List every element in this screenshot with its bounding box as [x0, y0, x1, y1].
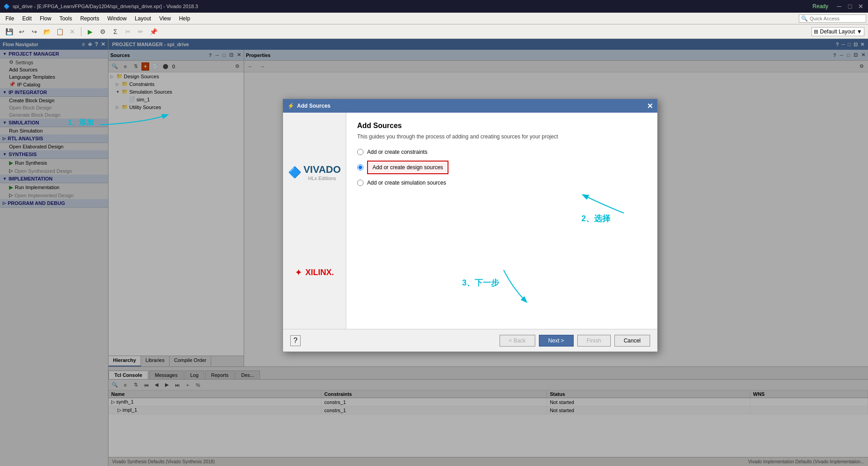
layout-label: Default Layout [820, 29, 855, 35]
redo-button[interactable]: ↪ [29, 26, 40, 37]
undo-button[interactable]: ↩ [16, 26, 27, 37]
modal-titlebar: ⚡ Add Sources ✕ [283, 99, 657, 113]
layout-select[interactable]: ⊞ Default Layout ▼ [811, 27, 864, 36]
minimize-button[interactable]: ─ [835, 3, 843, 10]
menu-help[interactable]: Help [175, 14, 194, 23]
settings-gear[interactable]: ⚙ [97, 26, 108, 37]
app-icon: 🔷 [4, 4, 10, 10]
main-toolbar: 💾 ↩ ↪ 📂 📋 ✕ ▶ ⚙ Σ ✂ ✏ 📌 ⊞ Default Layout… [0, 24, 868, 39]
modal-overlay: ⚡ Add Sources ✕ 🔷 VIVADO HLx Editions [0, 39, 868, 466]
menu-edit[interactable]: Edit [19, 14, 35, 23]
save-button[interactable]: 💾 [4, 26, 14, 37]
modal-description: This guides you through the process of a… [357, 133, 646, 140]
vivado-icon: 🔷 [288, 166, 302, 179]
copy-button[interactable]: 📋 [54, 26, 65, 37]
back-button[interactable]: < Back [500, 335, 535, 347]
modal-body: 🔷 VIVADO HLx Editions ✦ XILINX. [283, 113, 657, 329]
delete-button[interactable]: ✕ [67, 26, 78, 37]
status-text: Ready [812, 3, 828, 10]
add-sources-modal: ⚡ Add Sources ✕ 🔷 VIVADO HLx Editions [283, 99, 658, 352]
modal-right-panel: Add Sources This guides you through the … [346, 113, 657, 329]
menu-file[interactable]: File [2, 14, 18, 23]
xilinx-icon: ✦ [295, 267, 302, 278]
modal-title-icon: ⚡ [288, 103, 294, 109]
annotation-step2: 2、选择 [581, 213, 610, 224]
modal-help-icon[interactable]: ? [290, 335, 301, 346]
radio-option-constraints[interactable]: Add or create constraints [357, 149, 646, 155]
search-input[interactable] [810, 16, 864, 21]
modal-footer: ? < Back Next > Finish Cancel [283, 329, 657, 352]
vivado-logo-text: VIVADO [303, 164, 341, 176]
title-bar: 🔷 spi_drive - [E:/FPGA_Learn/FPGA/Day120… [0, 0, 868, 13]
menu-bar: File Edit Flow Tools Reports Window Layo… [0, 13, 868, 24]
finish-button[interactable]: Finish [577, 335, 611, 347]
layout-dropdown-icon: ▼ [857, 29, 862, 35]
menu-view[interactable]: View [156, 14, 175, 23]
search-icon: 🔍 [801, 15, 808, 22]
cancel-button[interactable]: Cancel [614, 335, 650, 347]
menu-window[interactable]: Window [104, 14, 130, 23]
run-button[interactable]: ▶ [85, 26, 95, 37]
vivado-hlx-text: HLx Editions [303, 176, 341, 181]
sum-button[interactable]: Σ [110, 26, 121, 37]
edit-button[interactable]: ✏ [135, 26, 146, 37]
radio-option-design[interactable]: Add or create design sources [357, 161, 646, 174]
menu-flow[interactable]: Flow [36, 14, 55, 23]
modal-title-text: Add Sources [297, 103, 330, 109]
xilinx-logo-text: XILINX. [305, 268, 334, 277]
arrow-svg-3 [476, 270, 567, 315]
open-button[interactable]: 📂 [42, 26, 52, 37]
layout-grid-icon: ⊞ [814, 29, 818, 35]
radio-label-design: Add or create design sources [367, 161, 448, 174]
window-title: spi_drive - [E:/FPGA_Learn/FPGA/Day1204/… [13, 4, 198, 9]
radio-option-simulation[interactable]: Add or create simulation sources [357, 180, 646, 186]
main-area: Flow Navigator ≡ ≑ ? ✕ ▼ PROJECT MANAGER… [0, 39, 868, 466]
radio-options: Add or create constraints Add or create … [357, 149, 646, 186]
modal-left-panel: 🔷 VIVADO HLx Editions ✦ XILINX. [283, 113, 346, 329]
radio-label-constraints: Add or create constraints [367, 149, 427, 155]
toolbar-separator [81, 27, 81, 36]
next-button[interactable]: Next > [539, 335, 574, 347]
annotation-step3: 3、下一步 [462, 277, 499, 288]
quick-access-search[interactable]: 🔍 [799, 14, 866, 23]
radio-label-simulation: Add or create simulation sources [367, 180, 446, 186]
modal-body-title: Add Sources [357, 122, 646, 130]
menu-reports[interactable]: Reports [76, 14, 103, 23]
radio-input-constraints[interactable] [357, 149, 363, 155]
pin-button[interactable]: 📌 [148, 26, 159, 37]
close-button[interactable]: ✕ [857, 3, 864, 10]
radio-input-design[interactable] [357, 164, 363, 171]
menu-layout[interactable]: Layout [131, 14, 155, 23]
modal-close-button[interactable]: ✕ [647, 102, 653, 110]
cut-button[interactable]: ✂ [123, 26, 133, 37]
maximize-button[interactable]: □ [846, 3, 854, 10]
menu-tools[interactable]: Tools [56, 14, 75, 23]
radio-input-simulation[interactable] [357, 180, 363, 186]
